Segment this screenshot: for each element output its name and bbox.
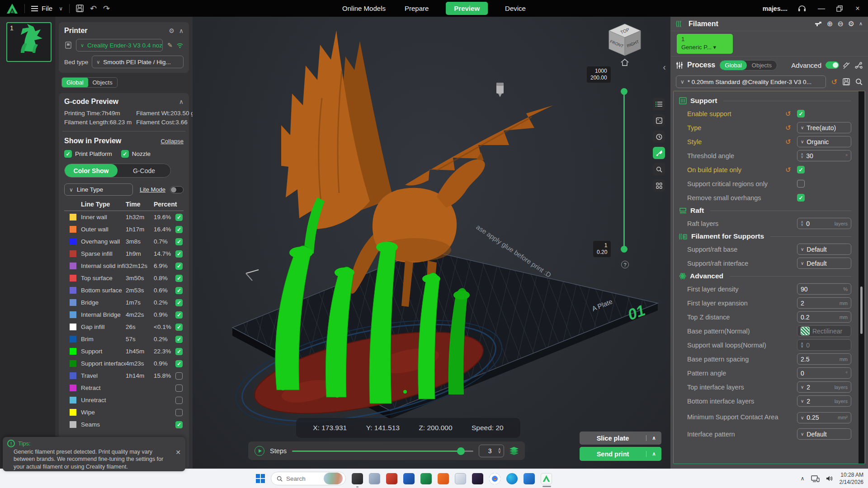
layers-stack-icon[interactable] (509, 447, 519, 455)
preset-reset-icon[interactable]: ↺ (831, 78, 837, 86)
first-layer-density-input[interactable]: 90 % (797, 283, 851, 295)
line-type-visibility-checkbox[interactable] (175, 348, 183, 355)
remove-filament-icon[interactable]: ⊖ (837, 19, 843, 28)
line-type-visibility-checkbox[interactable] (175, 250, 183, 258)
top-z-distance-input[interactable]: 0.2 mm (797, 311, 851, 323)
taskbar-app-purple-icon[interactable] (472, 473, 483, 484)
layer-slider-track[interactable] (623, 90, 625, 251)
preset-search-icon[interactable] (855, 78, 863, 85)
apps-grid-icon[interactable] (653, 179, 665, 192)
taskbar-app-orange-icon[interactable] (438, 473, 449, 484)
wifi-icon[interactable] (176, 42, 184, 48)
minimize-button[interactable]: — (816, 5, 826, 13)
print-platform-checkbox[interactable] (64, 150, 72, 158)
line-type-visibility-checkbox[interactable] (175, 385, 183, 392)
search-highlight-image[interactable] (324, 473, 343, 484)
volume-icon[interactable] (826, 475, 833, 482)
restore-button[interactable] (836, 5, 843, 12)
plate-thumbnail-1[interactable]: 1 (6, 22, 52, 62)
steps-slider[interactable] (292, 447, 473, 455)
redo-icon[interactable]: ↷ (103, 5, 110, 13)
taskbar-app-dark-icon[interactable] (352, 473, 363, 484)
send-print-button[interactable]: Send print ∧ (580, 447, 661, 461)
remove-small-overhangs-checkbox[interactable] (797, 194, 805, 202)
save-icon[interactable] (76, 5, 84, 12)
reset-icon[interactable]: ↺ (785, 110, 797, 118)
line-type-visibility-checkbox[interactable] (175, 397, 183, 404)
line-type-visibility-checkbox[interactable] (175, 409, 183, 416)
filament-slot-1[interactable]: 1 Generic P... ▾ (677, 34, 733, 54)
panel-collapse-arrow-icon[interactable]: ‹ (663, 62, 666, 72)
add-filament-icon[interactable]: ⊕ (827, 19, 833, 28)
network-device-icon[interactable] (811, 475, 820, 482)
taskbar-app-creality-print-icon[interactable] (541, 473, 552, 484)
taskbar-app-edge-icon[interactable] (506, 473, 518, 484)
history-icon[interactable] (653, 131, 665, 143)
on-build-plate-only-checkbox[interactable] (797, 166, 805, 174)
steps-stepper[interactable]: 3 ∧∨ (479, 445, 504, 457)
tips-close-icon[interactable]: ✕ (175, 449, 181, 456)
dice-icon[interactable] (653, 114, 665, 127)
threshold-angle-input[interactable]: ∧∨ 30 ° (797, 150, 851, 161)
viewport-3d[interactable]: CREALITY A Plate 01 ase apply glue befor… (193, 17, 670, 469)
support-critical-regions-checkbox[interactable] (797, 180, 805, 188)
interface-pattern-select[interactable]: ∨ Default (797, 428, 851, 440)
preset-save-icon[interactable] (843, 78, 850, 85)
user-account[interactable]: majes.... (763, 5, 788, 12)
support-raft-base-select[interactable]: ∨ Default (797, 244, 851, 255)
min-support-contact-area-input[interactable]: ∨ 0.25 mm² (797, 412, 851, 423)
taskbar-app-chrome-icon[interactable] (489, 473, 500, 484)
collapse-link[interactable]: Collapse (160, 138, 184, 145)
tab-prepare[interactable]: Prepare (403, 2, 430, 15)
first-layer-expansion-input[interactable]: 2 mm (797, 297, 851, 309)
line-type-visibility-checkbox[interactable] (175, 275, 183, 282)
process-scope-global[interactable]: Global (720, 61, 747, 70)
support-paint-icon[interactable] (653, 147, 665, 159)
step-down-icon[interactable]: ∨ (498, 451, 501, 454)
raft-layers-input[interactable]: ∧∨ 0 layers (797, 218, 851, 229)
play-button[interactable] (255, 446, 264, 456)
zoom-search-icon[interactable] (653, 163, 665, 175)
send-options-chevron-icon[interactable]: ∧ (646, 451, 661, 457)
base-pattern-spacing-input[interactable]: 2.5 mm (797, 353, 851, 365)
line-type-visibility-checkbox[interactable] (175, 421, 183, 428)
orientation-cube[interactable]: TOP FRONT RIGHT (608, 23, 642, 66)
windows-start-icon[interactable] (256, 474, 265, 483)
line-type-visibility-checkbox[interactable] (175, 226, 183, 233)
bed-type-select[interactable]: ∨ Smooth PEI Plate / Hig... (92, 56, 184, 68)
reset-icon[interactable]: ↺ (785, 166, 797, 174)
support-headset-icon[interactable] (797, 5, 807, 13)
line-type-visibility-checkbox[interactable] (175, 311, 183, 319)
nozzle-checkbox[interactable] (121, 150, 129, 158)
line-type-visibility-checkbox[interactable] (175, 287, 183, 294)
spinner-arrows-icon[interactable]: ∧∨ (801, 221, 803, 225)
taskbar-app-word-icon[interactable] (403, 473, 415, 484)
print-platform-checkbox-row[interactable]: Print Platform (64, 150, 112, 158)
line-type-visibility-checkbox[interactable] (175, 238, 183, 245)
filament-settings-gear-icon[interactable]: ⚙ (848, 19, 854, 28)
taskbar-search[interactable]: Search (271, 472, 346, 485)
scope-global[interactable]: Global (62, 78, 88, 87)
printer-collapse-icon[interactable]: ∧ (179, 27, 184, 34)
taskbar-app-folders-icon[interactable] (369, 473, 380, 484)
parameter-painter-icon[interactable] (843, 62, 851, 69)
edit-printer-icon[interactable]: ✎ (167, 42, 173, 49)
line-type-visibility-checkbox[interactable] (175, 214, 183, 221)
tab-online-models[interactable]: Online Models (340, 2, 387, 15)
printer-settings-gear-icon[interactable]: ⚙ (169, 27, 175, 34)
tab-preview[interactable]: Preview (446, 2, 488, 15)
bottom-interface-layers-input[interactable]: ∨ 2 layers (797, 395, 851, 407)
support-raft-interface-select[interactable]: ∨ Default (797, 258, 851, 269)
layer-slider-bottom-handle[interactable] (621, 246, 627, 253)
process-scope-objects[interactable]: Objects (747, 61, 777, 70)
reset-icon[interactable]: ↺ (785, 124, 797, 132)
parameter-compare-icon[interactable] (855, 62, 863, 69)
printer-select[interactable]: ∨ Creality Ender-3 V3 0.4 noz... (76, 39, 163, 52)
line-type-visibility-checkbox[interactable] (175, 336, 183, 343)
file-dropdown-chevron-icon[interactable]: ∨ (59, 5, 63, 12)
filament-flush-icon[interactable] (814, 20, 822, 28)
reset-icon[interactable]: ↺ (785, 138, 797, 146)
advanced-toggle[interactable] (826, 61, 839, 69)
g-code-tab[interactable]: G-Code (118, 164, 170, 177)
taskbar-clock[interactable]: 10:28 AM 2/14/2026 (840, 471, 863, 486)
